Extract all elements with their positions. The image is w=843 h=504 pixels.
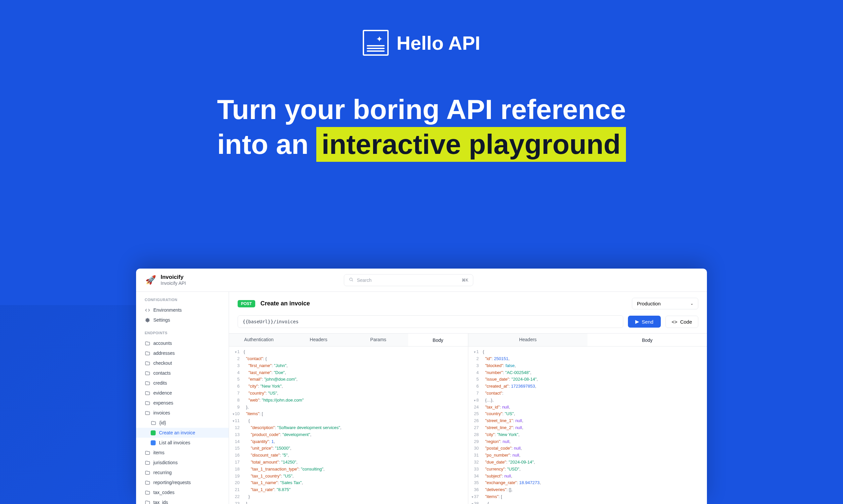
- code-line: 14 "quantity": 1,: [229, 438, 468, 445]
- hero-headline: Turn your boring API reference into an i…: [156, 92, 687, 162]
- code-line: ▾10 "items": [: [229, 411, 468, 417]
- sidebar-item-addresses[interactable]: addresses: [136, 348, 229, 358]
- tab-authentication[interactable]: Authentication: [229, 334, 289, 346]
- sidebar-item-id[interactable]: {id}: [136, 418, 229, 428]
- app-window: 🚀 Invoicify Invoicify API Search ⌘K CONF…: [136, 269, 707, 504]
- code-line: 6 "created_at": 1723697853,: [468, 383, 707, 390]
- code-line: ▾1{: [468, 348, 707, 356]
- sidebar-config-label: CONFIGURATION: [136, 298, 229, 302]
- tab-body[interactable]: Body: [587, 334, 707, 346]
- sidebar-item-credits[interactable]: credits: [136, 378, 229, 388]
- tab-params[interactable]: Params: [348, 334, 408, 346]
- folder-icon: [145, 470, 150, 475]
- sidebar-item-listallinvoices[interactable]: List all invoices: [136, 438, 229, 448]
- code-line: 24 "tax_id": null,: [468, 404, 707, 411]
- send-button[interactable]: ▶ Send: [628, 316, 661, 328]
- folder-icon: [145, 361, 150, 366]
- chevron-down-icon: ⌄: [690, 301, 693, 306]
- environment-select[interactable]: Production ⌄: [632, 298, 698, 309]
- code-button[interactable]: <> Code: [666, 316, 698, 328]
- tab-headers[interactable]: Headers: [289, 334, 348, 346]
- search-input[interactable]: Search ⌘K: [344, 274, 473, 286]
- svg-point-0: [349, 278, 352, 281]
- code-line: 15 "unit_price": "15000",: [229, 445, 468, 452]
- sidebar-item-environments[interactable]: Environments: [136, 305, 229, 315]
- code-line: 7 "country": "US",: [229, 390, 468, 397]
- code-line: 29 "region": null,: [468, 438, 707, 445]
- code-line: 16 "discount_rate": "5",: [229, 452, 468, 459]
- sidebar: CONFIGURATION EnvironmentsSettings ENDPO…: [136, 292, 229, 504]
- sidebar-item-jurisdictions[interactable]: jurisdictions: [136, 457, 229, 468]
- endpoint-title: Create an invoice: [260, 300, 310, 307]
- code-line: ▾1{: [229, 348, 468, 356]
- response-panel: HeadersBody ▾1{2 "id": 250151,3 "blocked…: [468, 333, 707, 504]
- url-input[interactable]: {{baseUrl}}/invoices: [238, 315, 623, 328]
- sidebar-item-expenses[interactable]: expenses: [136, 398, 229, 408]
- sidebar-item-taxids[interactable]: tax_ids: [136, 497, 229, 504]
- app-title: Invoicify: [161, 274, 186, 281]
- folder-icon: [145, 480, 150, 485]
- folder-icon: [145, 371, 150, 376]
- code-line: 17 "total_amount": "14250",: [229, 459, 468, 466]
- code-line: 25 "country": "US",: [468, 411, 707, 417]
- code-line: 32 "due_date": "2024-09-14",: [468, 459, 707, 466]
- folder-icon: [145, 490, 150, 495]
- response-tabs: HeadersBody: [468, 334, 707, 346]
- code-line: 7 "contact":: [468, 390, 707, 397]
- code-line: 6 "city": "New York",: [229, 383, 468, 390]
- code-line: 2 "id": 250151,: [468, 356, 707, 362]
- code-line: 13 "product_code": "development",: [229, 431, 468, 438]
- folder-icon: [145, 351, 150, 356]
- sidebar-item-taxcodes[interactable]: tax_codes: [136, 487, 229, 497]
- code-line: 18 "tax_1_transaction_type": "consulting…: [229, 466, 468, 473]
- code-line: ▾37 "items": [: [468, 493, 707, 500]
- folder-icon: [145, 450, 150, 455]
- code-line: 31 "po_number": null,: [468, 452, 707, 459]
- code-line: 22 }: [229, 493, 468, 500]
- code-icon: [145, 308, 150, 313]
- sidebar-item-reportingrequests[interactable]: reporting/requests: [136, 478, 229, 487]
- response-body-viewer[interactable]: ▾1{2 "id": 250151,3 "blocked": false,4 "…: [468, 346, 707, 504]
- sidebar-item-items[interactable]: items: [136, 448, 229, 457]
- folder-icon: [145, 500, 150, 504]
- app-header: 🚀 Invoicify Invoicify API Search ⌘K: [136, 269, 707, 292]
- rocket-icon: 🚀: [145, 275, 156, 285]
- sidebar-item-createaninvoice[interactable]: Create an invoice: [136, 428, 229, 438]
- sidebar-item-accounts[interactable]: accounts: [136, 338, 229, 348]
- sidebar-item-contacts[interactable]: contacts: [136, 368, 229, 378]
- search-icon: [349, 277, 354, 283]
- code-line: 5 "email": "john@doe.com",: [229, 376, 468, 383]
- app-subtitle: Invoicify API: [161, 281, 186, 286]
- folder-icon: [145, 460, 150, 465]
- code-line: 3 "blocked": false,: [468, 362, 707, 370]
- method-dot-icon: [151, 440, 156, 445]
- code-line: 34 "subject": null,: [468, 473, 707, 480]
- code-line: 36 "deliveries": [],: [468, 486, 707, 493]
- code-line: 3 "first_name": "John",: [229, 362, 468, 370]
- tab-headers[interactable]: Headers: [468, 334, 588, 346]
- code-line: 4 "number": "AC-002548",: [468, 370, 707, 376]
- code-line: 35 "exchange_rate": 18.947273,: [468, 480, 707, 486]
- request-tabs: AuthenticationHeadersParamsBody: [229, 334, 468, 346]
- code-line: 19 "tax_1_country": "US",: [229, 473, 468, 480]
- request-body-editor[interactable]: ▾1{2 "contact": {3 "first_name": "John",…: [229, 346, 468, 504]
- sidebar-item-invoices[interactable]: invoices: [136, 408, 229, 418]
- code-line: 8 "web": "https://john.doe.com": [229, 397, 468, 404]
- code-line: 20 "tax_1_name": "Sales Tax",: [229, 480, 468, 486]
- request-panel: AuthenticationHeadersParamsBody ▾1{2 "co…: [229, 333, 468, 504]
- play-icon: ▶: [635, 319, 639, 325]
- code-line: ▾38 {: [468, 500, 707, 504]
- sidebar-item-checkout[interactable]: checkout: [136, 358, 229, 368]
- code-line: 9 },: [229, 404, 468, 411]
- brand-logo: ✦ Hello API: [363, 30, 480, 56]
- tab-body[interactable]: Body: [408, 334, 468, 346]
- logo-icon: ✦: [363, 30, 389, 56]
- code-line: 27 "street_line_2": null,: [468, 425, 707, 431]
- sidebar-item-evidence[interactable]: evidence: [136, 388, 229, 398]
- code-line: 21 "tax_1_rate": "8.875": [229, 486, 468, 493]
- sidebar-item-settings[interactable]: Settings: [136, 315, 229, 325]
- code-line: 12 "description": "Software development …: [229, 425, 468, 431]
- search-kbd: ⌘K: [462, 278, 468, 283]
- folder-icon: [145, 341, 150, 346]
- sidebar-item-recurring[interactable]: recurring: [136, 468, 229, 478]
